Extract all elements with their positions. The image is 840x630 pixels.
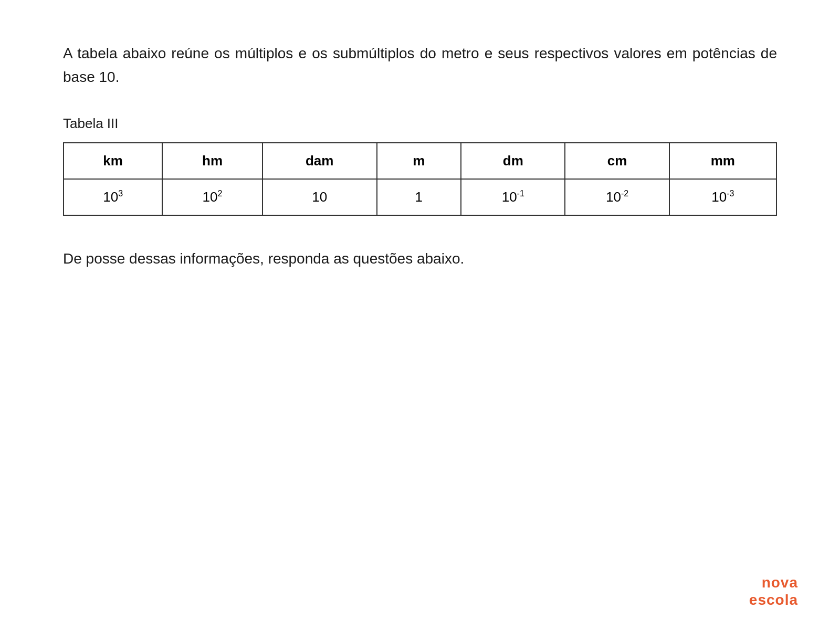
intro-paragraph: A tabela abaixo reúne os múltiplos e os … [63, 42, 777, 89]
table-label: Tabela III [63, 116, 777, 132]
cell-dam: 10 [262, 179, 377, 215]
table-data-row: 103 102 10 1 10-1 10-2 10-3 [64, 179, 776, 215]
exp-km: 3 [118, 189, 123, 198]
header-mm: mm [669, 143, 776, 179]
header-dm: dm [461, 143, 565, 179]
main-content: A tabela abaixo reúne os múltiplos e os … [0, 0, 840, 312]
brand-logo: nova escola [749, 574, 798, 609]
cell-dm: 10-1 [461, 179, 565, 215]
header-km: km [64, 143, 162, 179]
conclusion-paragraph: De posse dessas informações, responda as… [63, 247, 777, 271]
cell-mm: 10-3 [669, 179, 776, 215]
header-hm: hm [162, 143, 262, 179]
cell-hm: 102 [162, 179, 262, 215]
units-table: km hm dam m dm cm mm 103 102 10 1 10-1 1… [63, 142, 777, 216]
table-header-row: km hm dam m dm cm mm [64, 143, 776, 179]
cell-m: 1 [377, 179, 461, 215]
cell-km: 103 [64, 179, 162, 215]
brand-line1: nova [749, 574, 798, 592]
cell-cm: 10-2 [565, 179, 669, 215]
header-dam: dam [262, 143, 377, 179]
exp-hm: 2 [218, 189, 223, 198]
header-m: m [377, 143, 461, 179]
exp-cm: -2 [621, 189, 628, 198]
exp-mm: -3 [727, 189, 734, 198]
exp-dm: -1 [517, 189, 524, 198]
header-cm: cm [565, 143, 669, 179]
brand-line2: escola [749, 591, 798, 609]
